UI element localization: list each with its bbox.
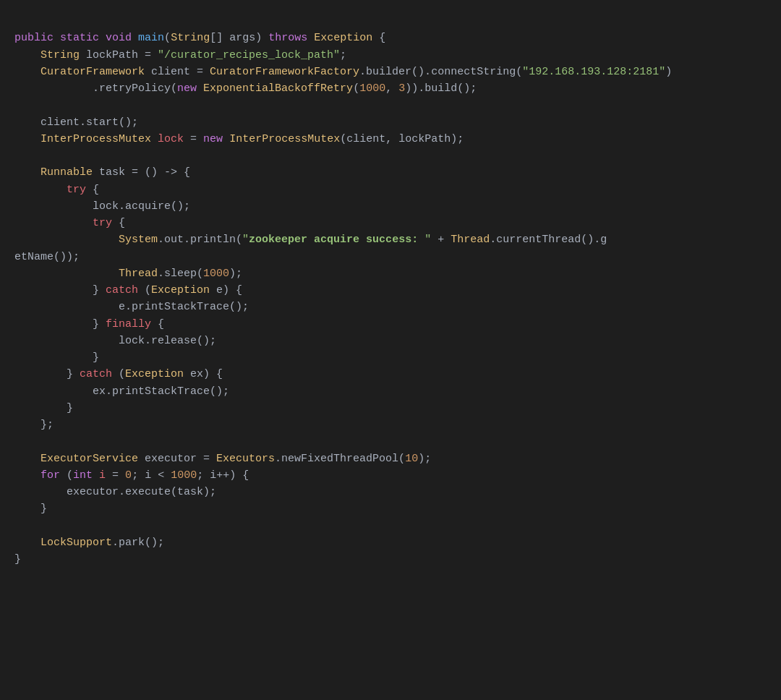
method-name: main bbox=[138, 32, 164, 44]
keyword-static: static bbox=[60, 32, 99, 44]
var-lock: lock bbox=[158, 133, 184, 145]
keyword-new-1: new bbox=[177, 82, 197, 95]
keyword-int: int bbox=[73, 469, 93, 482]
type-executors: Executors bbox=[216, 453, 275, 465]
type-exception-3: Exception bbox=[125, 368, 184, 380]
keyword-catch-1: catch bbox=[106, 284, 138, 296]
type-interprocessmutex: InterProcessMutex bbox=[40, 133, 151, 145]
type-runnable: Runnable bbox=[40, 166, 93, 179]
keyword-void: void bbox=[106, 32, 132, 44]
keyword-try-1: try bbox=[67, 184, 86, 196]
type-string: String bbox=[40, 49, 80, 61]
type-thread-sleep: Thread bbox=[119, 268, 158, 280]
keyword-try-2: try bbox=[93, 217, 112, 229]
type-exception: Exception bbox=[314, 32, 372, 44]
string-zookeeper: "zookeeper acquire success: " bbox=[242, 234, 431, 246]
code-editor: public static void main(String[] args) t… bbox=[14, 13, 767, 568]
number-3: 3 bbox=[398, 82, 405, 95]
number-1000-2: 1000 bbox=[203, 268, 229, 280]
number-1000-3: 1000 bbox=[171, 469, 197, 482]
keyword-finally: finally bbox=[106, 318, 151, 330]
type-locksupport: LockSupport bbox=[40, 537, 112, 549]
number-0: 0 bbox=[125, 469, 132, 482]
string-lockpath: "/curator_recipes_lock_path" bbox=[158, 49, 340, 61]
type-system: System bbox=[119, 234, 158, 246]
number-1000: 1000 bbox=[359, 82, 385, 95]
keyword-throws: throws bbox=[268, 32, 307, 44]
string-ip: "192.168.193.128:2181" bbox=[522, 66, 665, 78]
keyword-catch-2: catch bbox=[80, 368, 112, 380]
var-i: i bbox=[99, 469, 106, 482]
number-10: 10 bbox=[405, 453, 418, 465]
keyword-new-2: new bbox=[203, 133, 223, 145]
type-curatorframework: CuratorFramework bbox=[40, 66, 145, 78]
type-thread: Thread bbox=[451, 234, 490, 246]
keyword-for: for bbox=[40, 469, 60, 482]
type-curatorframeworkfactory: CuratorFrameworkFactory bbox=[210, 66, 359, 78]
type-exception-2: Exception bbox=[151, 284, 210, 296]
type-interprocessmutex-2: InterProcessMutex bbox=[229, 133, 340, 145]
type-exponential: ExponentialBackoffRetry bbox=[203, 82, 353, 95]
keyword-public: public bbox=[14, 32, 54, 44]
type-string-array: String bbox=[171, 32, 210, 44]
type-executorservice: ExecutorService bbox=[40, 453, 138, 465]
